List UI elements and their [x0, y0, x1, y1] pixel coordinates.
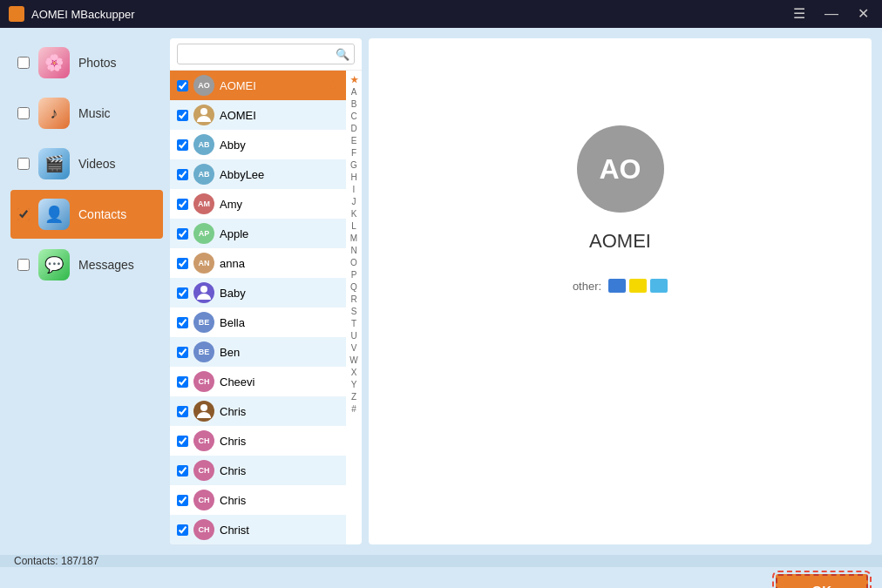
alpha-v[interactable]: V: [349, 342, 359, 355]
alpha-b[interactable]: B: [349, 98, 359, 111]
contact-checkbox[interactable]: [177, 436, 188, 447]
contact-avatar: AP: [193, 223, 214, 244]
contact-list-wrapper: AO AOMEI ★ AOMEI AB Abby: [170, 71, 362, 544]
contact-item-chris2[interactable]: CH Chris: [170, 426, 346, 456]
alpha-i[interactable]: I: [351, 184, 357, 196]
videos-checkbox[interactable]: [17, 158, 30, 170]
messages-checkbox[interactable]: [17, 259, 30, 271]
sidebar-item-contacts[interactable]: 👤 Contacts: [10, 190, 163, 239]
alpha-d[interactable]: D: [349, 123, 358, 135]
alpha-o[interactable]: O: [349, 257, 359, 269]
music-checkbox[interactable]: [17, 107, 30, 119]
alpha-z[interactable]: Z: [349, 391, 358, 403]
detail-name: AOMEI: [589, 230, 651, 253]
contact-avatar: AO: [193, 75, 214, 96]
contact-checkbox[interactable]: [177, 287, 188, 299]
contact-item-christ[interactable]: CH Christ: [170, 515, 346, 544]
contact-checkbox[interactable]: [177, 495, 188, 506]
contact-checkbox[interactable]: [177, 524, 188, 536]
contact-item-abby[interactable]: AB Abby: [170, 130, 346, 159]
app-title: AOMEI MBackupper: [31, 8, 135, 21]
alpha-r[interactable]: R: [349, 294, 358, 306]
alpha-f[interactable]: F: [349, 147, 358, 159]
title-bar-left: AOMEI MBackupper: [9, 6, 135, 22]
contact-item-ben[interactable]: BE Ben: [170, 337, 346, 367]
contact-checkbox[interactable]: [177, 110, 188, 121]
alpha-s[interactable]: S: [349, 306, 359, 318]
color-block-cyan: [650, 279, 668, 293]
alpha-n[interactable]: N: [349, 245, 358, 257]
sidebar-label-messages: Messages: [78, 258, 134, 272]
photos-icon: 🌸: [38, 47, 70, 78]
contact-checkbox[interactable]: [177, 228, 188, 240]
contact-item-chris4[interactable]: CH Chris: [170, 485, 346, 515]
contact-item-apple[interactable]: AP Apple: [170, 219, 346, 248]
photos-checkbox[interactable]: [17, 57, 30, 69]
alpha-w[interactable]: W: [348, 355, 359, 367]
contact-checkbox[interactable]: [177, 465, 188, 476]
contact-name: Cheevi: [220, 375, 339, 389]
contact-item-chris1[interactable]: Chris: [170, 396, 346, 426]
contact-checkbox[interactable]: [177, 80, 188, 91]
contact-checkbox[interactable]: [177, 347, 188, 358]
search-input[interactable]: [177, 44, 355, 64]
contact-item-chris3[interactable]: CH Chris: [170, 456, 346, 485]
contact-checkbox[interactable]: [177, 406, 188, 417]
alpha-u[interactable]: U: [349, 330, 358, 342]
contact-name: Baby: [220, 287, 339, 300]
ok-button-container: OK: [0, 567, 882, 588]
contact-item-aomei2[interactable]: AOMEI: [170, 100, 346, 130]
alpha-hash[interactable]: #: [349, 403, 358, 416]
contacts-icon: 👤: [38, 199, 70, 230]
contact-item-amy[interactable]: AM Amy: [170, 189, 346, 219]
contact-item-anna[interactable]: AN anna: [170, 248, 346, 278]
contact-item-abbylee[interactable]: AB AbbyLee: [170, 159, 346, 189]
ok-button[interactable]: OK: [776, 574, 869, 588]
sidebar-item-photos[interactable]: 🌸 Photos: [10, 38, 163, 87]
contact-item-cheevi[interactable]: CH Cheevi: [170, 367, 346, 396]
contact-name: Ben: [220, 346, 339, 359]
sidebar-item-videos[interactable]: 🎬 Videos: [10, 139, 163, 188]
alpha-e[interactable]: E: [349, 135, 359, 147]
alpha-c[interactable]: C: [349, 111, 358, 123]
contact-list: AO AOMEI ★ AOMEI AB Abby: [170, 71, 346, 544]
alpha-k[interactable]: K: [349, 208, 359, 220]
color-block-yellow: [629, 279, 647, 293]
alpha-star[interactable]: ★: [349, 74, 360, 86]
close-button[interactable]: ✕: [853, 5, 873, 23]
detail-panel: AO AOMEI other:: [369, 38, 872, 544]
search-icon[interactable]: 🔍: [336, 48, 349, 61]
alpha-t[interactable]: T: [349, 318, 358, 330]
contact-checkbox[interactable]: [177, 199, 188, 210]
alpha-q[interactable]: Q: [349, 281, 359, 294]
contact-item-baby[interactable]: Baby: [170, 278, 346, 308]
contact-checkbox[interactable]: [177, 169, 188, 180]
contact-avatar: BE: [193, 312, 214, 333]
menu-icon[interactable]: ☰: [789, 5, 810, 23]
alpha-x[interactable]: X: [349, 367, 359, 379]
alpha-l[interactable]: L: [349, 220, 358, 233]
contact-name: Abby: [220, 139, 339, 152]
detail-avatar: AO: [577, 125, 664, 213]
alpha-j[interactable]: J: [350, 196, 358, 208]
alpha-h[interactable]: H: [349, 172, 358, 184]
contact-checkbox[interactable]: [177, 258, 188, 269]
contacts-checkbox[interactable]: [17, 208, 30, 220]
alpha-y[interactable]: Y: [349, 379, 359, 391]
alpha-p[interactable]: P: [349, 269, 359, 281]
contact-avatar: [193, 282, 214, 303]
contact-checkbox[interactable]: [177, 317, 188, 328]
contact-item-bella[interactable]: BE Bella: [170, 308, 346, 337]
sidebar-label-contacts: Contacts: [78, 207, 126, 221]
contact-checkbox[interactable]: [177, 139, 188, 151]
svg-point-1: [200, 286, 207, 293]
alpha-m[interactable]: M: [349, 233, 359, 245]
sidebar-item-music[interactable]: ♪ Music: [10, 89, 163, 138]
sidebar-item-messages[interactable]: 💬 Messages: [10, 240, 163, 289]
minimize-button[interactable]: —: [820, 5, 843, 23]
contact-avatar: CH: [193, 430, 214, 451]
alpha-a[interactable]: A: [349, 86, 359, 98]
alpha-g[interactable]: G: [349, 159, 359, 172]
contact-checkbox[interactable]: [177, 376, 188, 388]
contact-item-aomei-selected[interactable]: AO AOMEI ★: [170, 71, 346, 100]
